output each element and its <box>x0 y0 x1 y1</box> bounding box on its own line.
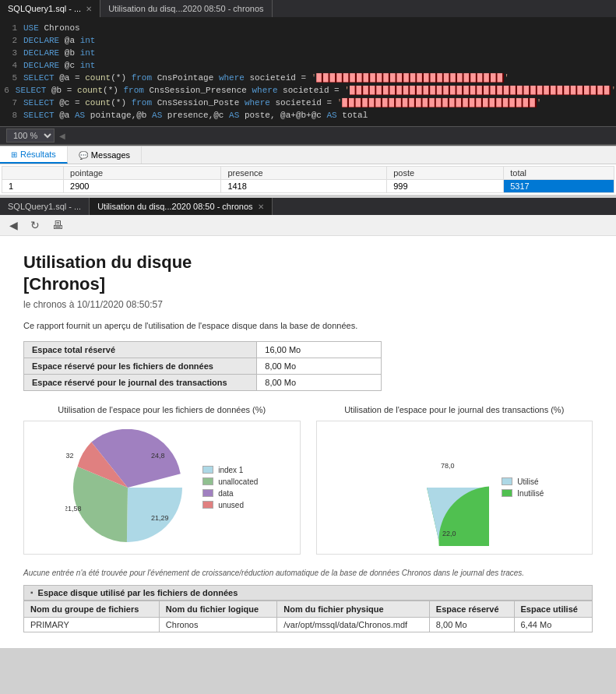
svg-text:21,29: 21,29 <box>151 514 169 522</box>
line-num-6: 6 <box>0 84 16 97</box>
code-text-5: SELECT @a = count(*) from CnsPointage wh… <box>23 72 509 84</box>
bottom-tab-sqlquery[interactable]: SQLQuery1.sql - ... <box>0 198 90 215</box>
legend-item-data: data <box>202 489 258 498</box>
disk-data-table: Nom du groupe de fichiers Nom du fichier… <box>23 601 593 632</box>
legend-color-index1 <box>202 466 213 474</box>
legend-color-unused <box>202 501 213 509</box>
chart2-container: Utilisation de l'espace pour le journal … <box>316 405 593 555</box>
col-group: Nom du groupe de fichiers <box>24 601 160 617</box>
legend-item-index1: index 1 <box>202 466 258 474</box>
svg-text:78,0: 78,0 <box>441 462 455 470</box>
legend-color-utilise <box>502 477 512 485</box>
legend-label-utilise: Utilisé <box>517 477 538 486</box>
code-text-3: DECLARE @b int <box>23 47 95 59</box>
info-value-2: 8,00 Mo <box>257 374 382 390</box>
cell-poste: 999 <box>387 180 504 193</box>
cell-reserved: 8,00 Mo <box>429 617 514 632</box>
report-subtitle: [Chronos] <box>23 274 593 294</box>
svg-text:32,32: 32,32 <box>65 452 74 460</box>
refresh-button[interactable]: ↻ <box>27 217 43 233</box>
legend-item-unallocated: unallocated <box>202 477 258 486</box>
table-row: 1 2900 1418 999 5317 <box>2 180 614 193</box>
results-tab-results[interactable]: ⊞ Résultats <box>0 146 68 164</box>
disk-section-header: ▪ Espace disque utilisé par les fichiers… <box>23 585 593 601</box>
results-panel: ⊞ Résultats 💬 Messages pointage presence… <box>0 146 616 195</box>
chart2-box: 78,0 22,0 Utilisé Inutilisé <box>316 421 593 555</box>
bottom-tab-disk-close[interactable]: ✕ <box>258 203 264 211</box>
svg-text:24,8: 24,8 <box>151 452 165 460</box>
code-text-8: SELECT @a AS pointage,@b AS presence,@c … <box>23 109 368 122</box>
results-tabs: ⊞ Résultats 💬 Messages <box>0 146 616 164</box>
back-button[interactable]: ◀ <box>6 217 21 233</box>
cell-pointage: 2900 <box>64 180 221 193</box>
info-value-0: 16,00 Mo <box>257 341 382 358</box>
results-table: pointage presence poste total 1 2900 141… <box>2 166 614 193</box>
code-text-2: DECLARE @a int <box>23 34 95 47</box>
legend-label-unused: unused <box>218 501 244 509</box>
bottom-tab-bar: SQLQuery1.sql - ... Utilisation du disq.… <box>0 198 616 215</box>
disk-table-header-row: Nom du groupe de fichiers Nom du fichier… <box>24 601 593 617</box>
tab-sqlquery1-close[interactable]: ✕ <box>86 5 92 13</box>
results-tab-messages[interactable]: 💬 Messages <box>68 146 142 164</box>
bottom-panel: SQLQuery1.sql - ... Utilisation du disq.… <box>0 198 616 648</box>
sql-code-area: 1 USE Chronos 2 DECLARE @a int 3 DECLARE… <box>0 17 616 126</box>
code-line-4: 4 DECLARE @c int <box>0 59 616 72</box>
disk-table-row: PRIMARY Chronos /var/opt/mssql/data/Chro… <box>24 617 593 632</box>
line-num-7: 7 <box>0 97 23 109</box>
report-content: Utilisation du disque [Chronos] le chron… <box>0 236 616 648</box>
col-physical: Nom du fichier physique <box>277 601 430 617</box>
col-poste: poste <box>387 167 504 180</box>
print-button[interactable]: 🖶 <box>49 217 66 233</box>
bottom-tab-disk-label: Utilisation du disq...2020 08:50 - chron… <box>97 202 252 211</box>
legend-color-inutilise <box>502 489 512 497</box>
chart1-container: Utilisation de l'espace pour les fichier… <box>23 405 301 555</box>
chart1-title: Utilisation de l'espace pour les fichier… <box>23 405 301 414</box>
bottom-tab-disk[interactable]: Utilisation du disq...2020 08:50 - chron… <box>90 198 272 215</box>
row-num-header <box>2 167 64 180</box>
msg-icon: 💬 <box>79 151 88 160</box>
cell-total: 5317 <box>504 180 614 193</box>
chart2-title: Utilisation de l'espace pour le journal … <box>316 405 593 414</box>
cell-physical: /var/opt/mssql/data/Chronos.mdf <box>277 617 430 632</box>
report-title: Utilisation du disque <box>23 252 593 274</box>
scroll-hint: ◀ <box>59 132 65 140</box>
legend-label-unallocated: unallocated <box>218 477 258 486</box>
col-logical: Nom du fichier logique <box>159 601 276 617</box>
chart2-svg: 78,0 22,0 <box>364 429 489 546</box>
info-label-2: Espace réservé pour le journal des trans… <box>24 374 257 390</box>
tab-disk-usage-top[interactable]: Utilisation du disq...2020 08:50 - chron… <box>100 0 272 17</box>
code-text-6: SELECT @b = count(*) from CnsSession_Pre… <box>16 84 616 97</box>
messages-tab-label: Messages <box>91 150 130 160</box>
code-text-4: DECLARE @c int <box>23 59 95 72</box>
tab-disk-usage-top-label: Utilisation du disq...2020 08:50 - chron… <box>108 4 263 13</box>
col-presence: presence <box>221 167 387 180</box>
col-used: Espace utilisé <box>514 601 593 617</box>
code-text-1: USE Chronos <box>23 22 80 34</box>
col-reserved: Espace réservé <box>429 601 514 617</box>
code-line-6: 6 SELECT @b = count(*) from CnsSession_P… <box>0 84 616 97</box>
info-row-0: Espace total réservé 16,00 Mo <box>24 341 382 358</box>
tab-sqlquery1[interactable]: SQLQuery1.sql - ... ✕ <box>0 0 100 17</box>
report-description: Ce rapport fournit un aperçu de l'utilis… <box>23 321 593 330</box>
info-label-1: Espace réservé pour les fichiers de donn… <box>24 358 257 374</box>
legend-label-inutilise: Inutilisé <box>517 489 544 498</box>
line-num-1: 1 <box>0 22 23 34</box>
chart2-legend: Utilisé Inutilisé <box>502 477 544 498</box>
results-table-container: pointage presence poste total 1 2900 141… <box>0 164 616 195</box>
results-header-row: pointage presence poste total <box>2 167 614 180</box>
zoom-select[interactable]: 100 % <box>6 129 55 143</box>
code-line-5: 5 SELECT @a = count(*) from CnsPointage … <box>0 72 616 84</box>
grid-icon: ⊞ <box>11 150 17 159</box>
code-line-2: 2 DECLARE @a int <box>0 34 616 47</box>
collapse-icon[interactable]: ▪ <box>30 588 33 597</box>
legend-label-index1: index 1 <box>218 466 243 474</box>
legend-item-utilise: Utilisé <box>502 477 544 486</box>
chart1-legend: index 1 unallocated data <box>202 466 258 509</box>
info-row-2: Espace réservé pour le journal des trans… <box>24 374 382 390</box>
zoom-bar: 100 % ◀ <box>0 126 616 144</box>
line-num-2: 2 <box>0 34 23 47</box>
chart2-inner: 78,0 22,0 Utilisé Inutilisé <box>364 429 544 546</box>
row-number: 1 <box>2 180 64 193</box>
chart1-box: 24,8 21,29 21,58 32,32 index 1 <box>23 421 301 555</box>
line-num-4: 4 <box>0 59 23 72</box>
